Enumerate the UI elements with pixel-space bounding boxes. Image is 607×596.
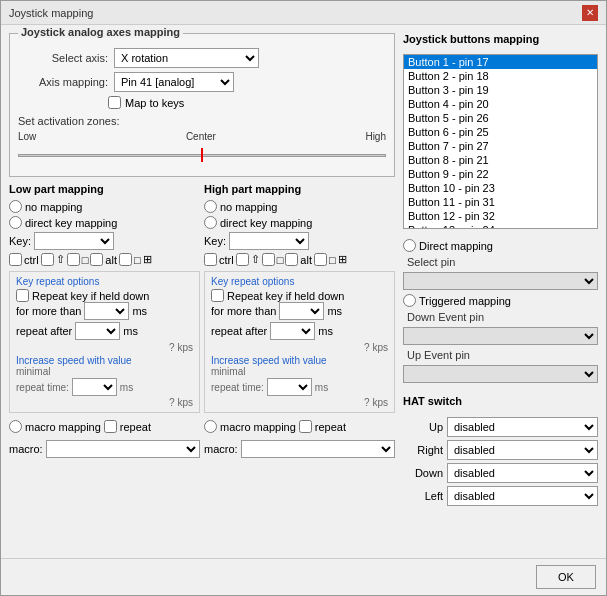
- triggered-mapping-radio[interactable]: [403, 294, 416, 307]
- low-minimal-row: minimal: [16, 366, 193, 377]
- down-event-select[interactable]: [403, 327, 598, 345]
- high-ms1-label: ms: [327, 305, 342, 317]
- low-ctrl-check[interactable]: [9, 253, 22, 266]
- high-part-col: High part mapping no mapping direct key …: [204, 183, 395, 458]
- hat-title: HAT switch: [403, 395, 598, 407]
- list-item[interactable]: Button 10 - pin 23: [404, 181, 597, 195]
- map-to-keys-label: Map to keys: [125, 97, 184, 109]
- list-item[interactable]: Button 4 - pin 20: [404, 97, 597, 111]
- axis-mapping-label: Axis mapping:: [18, 76, 108, 88]
- high-repeat-time-select[interactable]: [267, 378, 312, 396]
- high-direct-key-radio[interactable]: [204, 216, 217, 229]
- low-repeat-after-label: repeat after: [16, 325, 72, 337]
- high-macro-radio[interactable]: [204, 420, 217, 433]
- footer: OK: [1, 558, 606, 595]
- high-shift-icon: ⇧: [251, 253, 260, 266]
- low-alt-check[interactable]: [90, 253, 103, 266]
- low-key-label: Key:: [9, 235, 31, 247]
- direct-pin-select[interactable]: [403, 272, 598, 290]
- list-item[interactable]: Button 8 - pin 21: [404, 153, 597, 167]
- hat-right-select[interactable]: disabled: [447, 440, 598, 460]
- high-kps2-label: ? kps: [211, 397, 388, 408]
- high-ms3-label: ms: [315, 382, 328, 393]
- high-win-check[interactable]: [262, 253, 275, 266]
- high-no-mapping-label: no mapping: [220, 201, 278, 213]
- list-item[interactable]: Button 3 - pin 19: [404, 83, 597, 97]
- close-button[interactable]: ✕: [582, 5, 598, 21]
- up-event-label: Up Event pin: [407, 349, 598, 361]
- high-for-more-select[interactable]: [279, 302, 324, 320]
- high-modifier-row: ctrl ⇧ □ alt □ ⊞: [204, 253, 395, 266]
- low-ms2-label: ms: [123, 325, 138, 337]
- low-repeat-time-select[interactable]: [72, 378, 117, 396]
- ok-button[interactable]: OK: [536, 565, 596, 589]
- high-direct-key-row: direct key mapping: [204, 216, 395, 229]
- high-key-select[interactable]: [229, 232, 309, 250]
- high-no-mapping-radio[interactable]: [204, 200, 217, 213]
- slider-container[interactable]: [18, 144, 386, 166]
- right-panel: Joystick buttons mapping Button 1 - pin …: [403, 33, 598, 550]
- high-part-title: High part mapping: [204, 183, 395, 195]
- high-key-label: Key:: [204, 235, 226, 247]
- low-macro-select[interactable]: [46, 440, 200, 458]
- triggered-mapping-row: Triggered mapping: [403, 294, 598, 307]
- list-item[interactable]: Button 5 - pin 26: [404, 111, 597, 125]
- low-win-check[interactable]: [67, 253, 80, 266]
- high-shift-check[interactable]: [236, 253, 249, 266]
- up-event-select[interactable]: [403, 365, 598, 383]
- list-item[interactable]: Button 9 - pin 22: [404, 167, 597, 181]
- low-key-row: Key:: [9, 232, 200, 250]
- low-repeat-after-select[interactable]: [75, 322, 120, 340]
- select-axis-label: Select axis:: [18, 52, 108, 64]
- high-speed-title: Increase speed with value: [211, 355, 388, 366]
- direct-mapping-radio[interactable]: [403, 239, 416, 252]
- high-ctrl-check[interactable]: [204, 253, 217, 266]
- low-macro-radio[interactable]: [9, 420, 22, 433]
- low-fn-check[interactable]: [119, 253, 132, 266]
- low-ms3-label: ms: [120, 382, 133, 393]
- hat-down-select[interactable]: disabled: [447, 463, 598, 483]
- hat-up-select[interactable]: disabled: [447, 417, 598, 437]
- high-direct-key-label: direct key mapping: [220, 217, 312, 229]
- high-repeat-checkbox[interactable]: [211, 289, 224, 302]
- list-item[interactable]: Button 7 - pin 27: [404, 139, 597, 153]
- list-item[interactable]: Button 11 - pin 31: [404, 195, 597, 209]
- low-win-icon: □: [82, 254, 89, 266]
- map-to-keys-checkbox[interactable]: [108, 96, 121, 109]
- low-for-more-select[interactable]: [84, 302, 129, 320]
- hat-left-select[interactable]: disabled: [447, 486, 598, 506]
- low-ms1-label: ms: [132, 305, 147, 317]
- button-list[interactable]: Button 1 - pin 17 Button 2 - pin 18 Butt…: [403, 54, 598, 229]
- high-alt-check[interactable]: [285, 253, 298, 266]
- high-repeat-after-select[interactable]: [270, 322, 315, 340]
- high-repeat-check-row: Repeat key if held down: [211, 289, 388, 302]
- hat-down-label: Down: [403, 467, 443, 479]
- low-macro-repeat-check[interactable]: [104, 420, 117, 433]
- high-macro-row: macro mapping repeat: [204, 420, 395, 433]
- axis-select[interactable]: X rotation: [114, 48, 259, 68]
- hat-right-label: Right: [403, 444, 443, 456]
- low-no-mapping-radio[interactable]: [9, 200, 22, 213]
- map-to-keys-row: Map to keys: [108, 96, 386, 109]
- list-item[interactable]: Button 6 - pin 25: [404, 125, 597, 139]
- low-repeat-checkbox[interactable]: [16, 289, 29, 302]
- low-for-more-label: for more than: [16, 305, 81, 317]
- low-shift-check[interactable]: [41, 253, 54, 266]
- list-item[interactable]: Button 13 - pin 24: [404, 223, 597, 229]
- content-area: Joystick analog axes mapping Select axis…: [1, 25, 606, 558]
- low-key-select[interactable]: [34, 232, 114, 250]
- slider-low-label: Low: [18, 131, 36, 142]
- high-macro-repeat-check[interactable]: [299, 420, 312, 433]
- list-item[interactable]: Button 2 - pin 18: [404, 69, 597, 83]
- axis-mapping-select[interactable]: Pin 41 [analog]: [114, 72, 234, 92]
- high-ctrl-label: ctrl: [219, 254, 234, 266]
- list-item[interactable]: Button 1 - pin 17: [404, 55, 597, 69]
- high-alt-label: alt: [300, 254, 312, 266]
- high-fn-check[interactable]: [314, 253, 327, 266]
- low-direct-key-radio[interactable]: [9, 216, 22, 229]
- high-macro-select[interactable]: [241, 440, 395, 458]
- list-item[interactable]: Button 12 - pin 32: [404, 209, 597, 223]
- low-speed-title: Increase speed with value: [16, 355, 193, 366]
- high-macro-input-row: macro:: [204, 440, 395, 458]
- high-for-more-row: for more than ms: [211, 302, 388, 320]
